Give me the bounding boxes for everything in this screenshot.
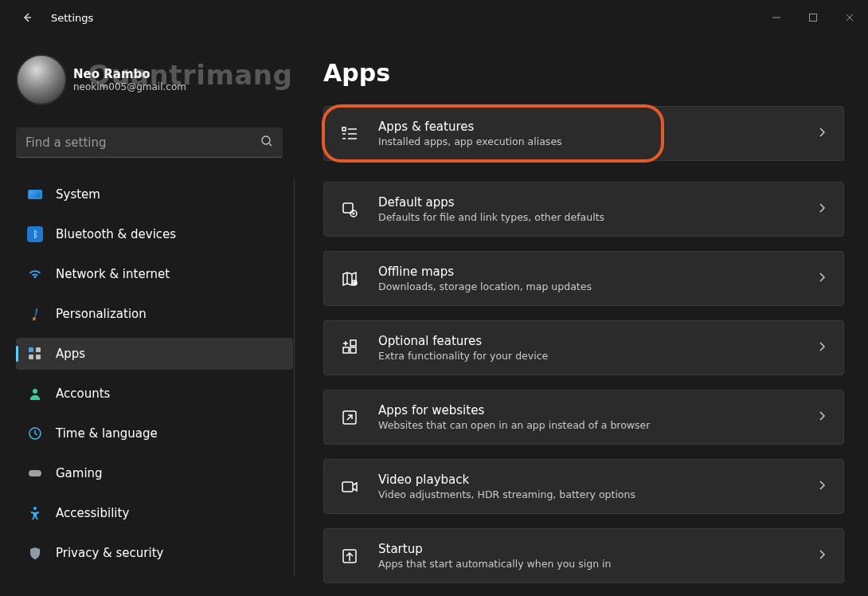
card-text: Apps & features Installed apps, app exec… bbox=[378, 120, 562, 147]
chevron-right-icon bbox=[816, 479, 827, 494]
shield-icon bbox=[27, 545, 43, 561]
chevron-right-icon bbox=[816, 271, 827, 286]
card-offline-maps[interactable]: Offline maps Downloads, storage location… bbox=[323, 251, 844, 306]
svg-rect-2 bbox=[29, 347, 33, 352]
sidebar-item-accounts[interactable]: Accounts bbox=[16, 378, 293, 410]
main-panel: Apps Apps & features Installed apps, app… bbox=[303, 35, 868, 596]
card-startup[interactable]: Startup Apps that start automatically wh… bbox=[323, 528, 844, 583]
startup-icon bbox=[340, 547, 359, 566]
profile-text: Neo Rambo neokim005@gmail.com bbox=[73, 67, 186, 92]
sidebar-item-personalization[interactable]: Personalization bbox=[16, 298, 293, 330]
default-apps-icon bbox=[340, 200, 359, 219]
card-default-apps[interactable]: Default apps Defaults for file and link … bbox=[323, 182, 844, 237]
app-title: Settings bbox=[51, 12, 93, 24]
apps-icon bbox=[27, 346, 43, 362]
profile-name: Neo Rambo bbox=[73, 67, 186, 81]
card-text: Optional features Extra functionality fo… bbox=[378, 334, 548, 362]
open-external-icon bbox=[340, 408, 359, 427]
close-button[interactable] bbox=[831, 5, 868, 30]
card-title: Startup bbox=[378, 542, 611, 556]
video-icon bbox=[340, 477, 359, 496]
chevron-right-icon bbox=[816, 340, 827, 355]
system-icon bbox=[27, 186, 43, 202]
svg-point-1 bbox=[262, 136, 270, 144]
sidebar-item-privacy[interactable]: Privacy & security bbox=[16, 537, 293, 569]
window-controls bbox=[758, 5, 868, 30]
close-icon bbox=[845, 13, 854, 22]
svg-rect-4 bbox=[29, 355, 33, 359]
sidebar: Quantrimang Neo Rambo neokim005@gmail.co… bbox=[0, 35, 303, 596]
card-subtitle: Apps that start automatically when you s… bbox=[378, 558, 611, 570]
settings-cards: Apps & features Installed apps, app exec… bbox=[323, 106, 844, 583]
card-text: Apps for websites Websites that can open… bbox=[378, 403, 650, 431]
chevron-right-icon bbox=[816, 410, 827, 425]
svg-rect-5 bbox=[36, 355, 41, 359]
sidebar-nav: System ᛒ Bluetooth & devices Network & i… bbox=[16, 178, 293, 577]
page-title: Apps bbox=[323, 59, 844, 87]
sidebar-item-network[interactable]: Network & internet bbox=[16, 258, 293, 290]
sidebar-scrollbar[interactable] bbox=[294, 178, 295, 577]
card-text: Video playback Video adjustments, HDR st… bbox=[378, 472, 635, 500]
svg-point-6 bbox=[33, 389, 37, 394]
card-title: Offline maps bbox=[378, 265, 592, 279]
chevron-right-icon bbox=[816, 548, 827, 563]
search-input[interactable] bbox=[16, 127, 283, 158]
sidebar-item-label: Accounts bbox=[56, 386, 110, 401]
settings-window: Settings Quantrimang Neo Rambo neokim005… bbox=[0, 0, 868, 596]
card-text: Offline maps Downloads, storage location… bbox=[378, 265, 592, 292]
avatar bbox=[16, 54, 67, 105]
sidebar-item-label: Privacy & security bbox=[56, 546, 163, 560]
profile-email: neokim005@gmail.com bbox=[73, 81, 186, 92]
maximize-button[interactable] bbox=[795, 5, 831, 30]
sidebar-item-system[interactable]: System bbox=[16, 178, 293, 210]
card-subtitle: Downloads, storage location, map updates bbox=[378, 280, 592, 292]
sidebar-item-label: Apps bbox=[56, 347, 85, 361]
body: Quantrimang Neo Rambo neokim005@gmail.co… bbox=[0, 35, 868, 596]
accessibility-icon bbox=[27, 505, 43, 521]
sidebar-item-apps[interactable]: Apps bbox=[16, 338, 293, 370]
sidebar-item-accessibility[interactable]: Accessibility bbox=[16, 497, 293, 529]
search-icon bbox=[260, 135, 273, 151]
card-video-playback[interactable]: Video playback Video adjustments, HDR st… bbox=[323, 459, 844, 514]
svg-rect-16 bbox=[350, 340, 356, 346]
person-icon bbox=[27, 386, 43, 402]
wifi-icon bbox=[27, 266, 43, 282]
sidebar-item-time-language[interactable]: Time & language bbox=[16, 418, 293, 449]
card-apps-for-websites[interactable]: Apps for websites Websites that can open… bbox=[323, 390, 844, 445]
back-button[interactable] bbox=[14, 5, 40, 30]
sidebar-item-bluetooth[interactable]: ᛒ Bluetooth & devices bbox=[16, 218, 293, 250]
card-text: Startup Apps that start automatically wh… bbox=[378, 542, 611, 570]
sidebar-item-label: Personalization bbox=[56, 307, 147, 321]
minimize-button[interactable] bbox=[758, 5, 795, 30]
clock-icon bbox=[27, 425, 43, 441]
sidebar-item-label: Time & language bbox=[56, 426, 158, 441]
profile-block[interactable]: Quantrimang Neo Rambo neokim005@gmail.co… bbox=[16, 54, 293, 105]
card-title: Apps & features bbox=[378, 120, 562, 134]
card-text: Default apps Defaults for file and link … bbox=[378, 195, 604, 223]
sidebar-item-label: Network & internet bbox=[56, 267, 170, 281]
card-subtitle: Websites that can open in an app instead… bbox=[378, 419, 650, 431]
svg-rect-18 bbox=[342, 482, 353, 492]
maximize-icon bbox=[808, 13, 818, 22]
card-subtitle: Video adjustments, HDR streaming, batter… bbox=[378, 488, 635, 500]
brush-icon bbox=[24, 303, 45, 324]
svg-rect-15 bbox=[350, 347, 356, 353]
sidebar-item-gaming[interactable]: Gaming bbox=[16, 457, 293, 489]
map-icon bbox=[340, 269, 359, 288]
svg-rect-8 bbox=[29, 470, 41, 476]
list-icon bbox=[340, 124, 359, 143]
card-subtitle: Installed apps, app execution aliases bbox=[378, 135, 562, 147]
search-box[interactable] bbox=[16, 127, 283, 158]
svg-rect-3 bbox=[36, 347, 41, 352]
sidebar-item-label: Bluetooth & devices bbox=[56, 227, 176, 241]
back-arrow-icon bbox=[21, 11, 33, 24]
svg-rect-10 bbox=[342, 127, 346, 131]
gamepad-icon bbox=[27, 465, 43, 481]
card-optional-features[interactable]: Optional features Extra functionality fo… bbox=[323, 320, 844, 375]
card-subtitle: Defaults for file and link types, other … bbox=[378, 211, 604, 223]
sidebar-item-label: System bbox=[56, 187, 100, 202]
card-apps-features[interactable]: Apps & features Installed apps, app exec… bbox=[323, 106, 844, 161]
sidebar-item-label: Accessibility bbox=[56, 506, 129, 520]
card-subtitle: Extra functionality for your device bbox=[378, 350, 548, 362]
svg-point-9 bbox=[33, 507, 37, 510]
